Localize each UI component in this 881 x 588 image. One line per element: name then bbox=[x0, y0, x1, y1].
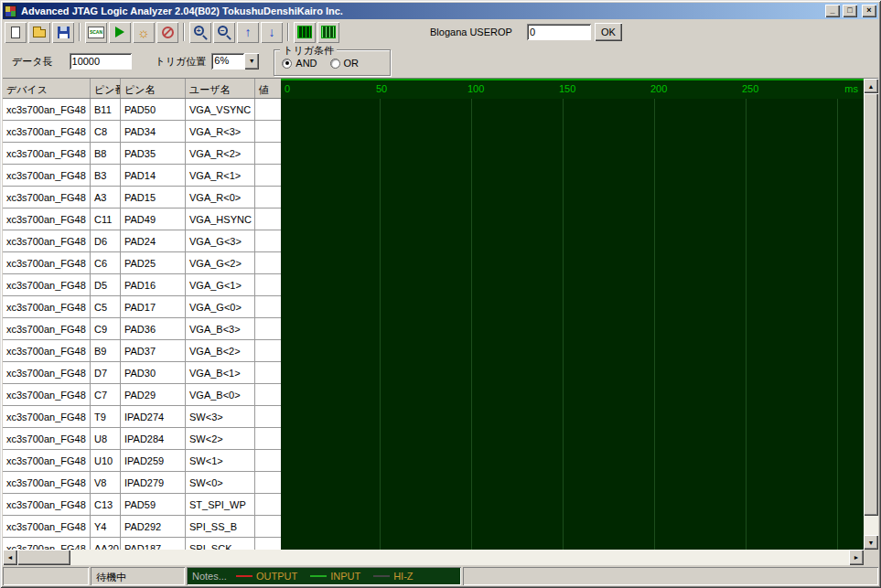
cell-pin: U8 bbox=[91, 428, 121, 449]
cell-value bbox=[255, 187, 281, 208]
trigger-position-select[interactable]: 6% ▼ bbox=[211, 53, 259, 69]
save-button[interactable] bbox=[52, 22, 74, 43]
cell-user: SW<0> bbox=[186, 472, 255, 493]
table-row[interactable]: xc3s700an_FG48C11PAD49VGA_HSYNC bbox=[3, 208, 281, 230]
scroll-down-button[interactable]: ▼ bbox=[864, 535, 878, 550]
horizontal-scroll-thumb[interactable] bbox=[17, 550, 70, 565]
waveform-area[interactable]: ms 050100150200250 bbox=[281, 79, 864, 550]
move-up-button[interactable]: ↑ bbox=[237, 22, 259, 43]
table-row[interactable]: xc3s700an_FG48C6PAD25VGA_G<2> bbox=[3, 252, 281, 274]
maximize-button[interactable]: □ bbox=[843, 5, 857, 17]
table-row[interactable]: xc3s700an_FG48C13PAD59ST_SPI_WP bbox=[3, 494, 281, 516]
table-row[interactable]: xc3s700an_FG48B11PAD50VGA_VSYNC bbox=[3, 99, 281, 121]
stop-button[interactable] bbox=[156, 22, 178, 43]
zoom-out-button[interactable]: − bbox=[213, 22, 235, 43]
header-device[interactable]: デバイス bbox=[3, 79, 91, 98]
legend: OUTPUTINPUTHI-Z bbox=[236, 571, 414, 582]
vertical-scroll-track[interactable] bbox=[864, 93, 878, 535]
scan-button[interactable]: SCAN bbox=[85, 22, 107, 43]
data-length-input[interactable] bbox=[70, 53, 132, 69]
chevron-down-icon[interactable]: ▼ bbox=[244, 53, 259, 69]
cell-user: VGA_R<0> bbox=[186, 187, 255, 208]
table-row[interactable]: xc3s700an_FG48D7PAD30VGA_B<1> bbox=[3, 362, 281, 384]
waveform-canvas[interactable] bbox=[281, 99, 864, 550]
vertical-scrollbar[interactable]: ▲ ▼ bbox=[864, 79, 878, 550]
cell-user: SW<2> bbox=[186, 428, 255, 449]
cell-user: SW<1> bbox=[186, 450, 255, 471]
table-row[interactable]: xc3s700an_FG48C5PAD17VGA_G<0> bbox=[3, 296, 281, 318]
cell-pin: C13 bbox=[91, 494, 121, 515]
open-file-button[interactable] bbox=[28, 22, 50, 43]
zoom-in-button[interactable]: + bbox=[189, 22, 211, 43]
magnifier-handle bbox=[226, 35, 231, 40]
cell-pin: B9 bbox=[91, 340, 121, 361]
magnifier-minus-icon: − bbox=[218, 26, 231, 39]
arrow-up-icon: ↑ bbox=[245, 26, 252, 38]
move-down-button[interactable]: ↓ bbox=[261, 22, 283, 43]
cell-pin: B8 bbox=[91, 143, 121, 164]
cell-pin: C11 bbox=[91, 208, 121, 230]
vertical-scroll-thumb[interactable] bbox=[864, 93, 878, 516]
scroll-right-button[interactable]: ► bbox=[849, 550, 864, 565]
timeline-tick: 50 bbox=[376, 83, 387, 94]
header-pin-number[interactable]: ピン番- bbox=[91, 79, 121, 98]
cell-pad: PAD25 bbox=[121, 252, 186, 273]
table-row[interactable]: xc3s700an_FG48D5PAD16VGA_G<1> bbox=[3, 274, 281, 296]
arrow-down-icon: ↓ bbox=[269, 26, 275, 38]
table-row[interactable]: xc3s700an_FG48D6PAD24VGA_G<3> bbox=[3, 230, 281, 252]
table-row[interactable]: xc3s700an_FG48A3PAD15VGA_R<0> bbox=[3, 187, 281, 208]
table-row[interactable]: xc3s700an_FG48B9PAD37VGA_B<2> bbox=[3, 340, 281, 362]
scroll-left-button[interactable]: ◄ bbox=[3, 550, 17, 565]
legend-item: INPUT bbox=[310, 571, 360, 582]
table-row[interactable]: xc3s700an_FG48U10IPAD259SW<1> bbox=[3, 450, 281, 472]
new-file-button[interactable] bbox=[5, 22, 27, 43]
magnifier-plus-icon: + bbox=[194, 26, 208, 39]
timeline-ruler[interactable]: ms 050100150200250 bbox=[281, 80, 864, 99]
new-page-icon bbox=[11, 27, 20, 38]
radio-or-icon[interactable] bbox=[330, 59, 340, 69]
ok-button[interactable]: OK bbox=[595, 23, 622, 41]
cell-user: VGA_R<1> bbox=[186, 165, 255, 186]
cell-device: xc3s700an_FG48 bbox=[3, 472, 91, 493]
toolbar: SCAN ☼ + − ↑ ↓ Blogana USEROP OK bbox=[3, 19, 878, 45]
run-button[interactable] bbox=[109, 22, 131, 43]
header-pin-name[interactable]: ピン名 bbox=[121, 79, 186, 98]
scroll-up-button[interactable]: ▲ bbox=[864, 79, 878, 93]
table-row[interactable]: xc3s700an_FG48V8IPAD279SW<0> bbox=[3, 472, 281, 494]
timeline-tick: 200 bbox=[650, 83, 667, 94]
radio-and[interactable]: AND bbox=[282, 58, 317, 69]
cell-device: xc3s700an_FG48 bbox=[3, 362, 91, 383]
cell-pin: C6 bbox=[91, 252, 121, 273]
table-row[interactable]: xc3s700an_FG48U8IPAD284SW<2> bbox=[3, 428, 281, 450]
table-row[interactable]: xc3s700an_FG48Y4PAD292SPI_SS_B bbox=[3, 516, 281, 538]
grid-view-button-1[interactable] bbox=[294, 22, 316, 43]
cell-user: VGA_B<0> bbox=[186, 384, 255, 405]
grid-view-button-2[interactable] bbox=[317, 22, 339, 43]
close-button[interactable]: × bbox=[862, 5, 876, 17]
horizontal-scroll-track[interactable] bbox=[17, 550, 849, 565]
header-value[interactable]: 値 bbox=[255, 79, 281, 98]
table-row[interactable]: xc3s700an_FG48C8PAD34VGA_R<3> bbox=[3, 121, 281, 143]
minimize-button[interactable]: _ bbox=[825, 5, 840, 17]
table-row[interactable]: xc3s700an_FG48B3PAD14VGA_R<1> bbox=[3, 165, 281, 187]
table-row[interactable]: xc3s700an_FG48C7PAD29VGA_B<0> bbox=[3, 384, 281, 406]
table-row[interactable]: xc3s700an_FG48B8PAD35VGA_R<2> bbox=[3, 143, 281, 165]
cell-pad: PAD14 bbox=[121, 165, 186, 186]
trigger-button[interactable]: ☼ bbox=[133, 22, 155, 43]
radio-or[interactable]: OR bbox=[330, 58, 360, 69]
cell-value bbox=[255, 252, 281, 273]
magnifier-handle bbox=[202, 35, 208, 40]
radio-and-icon[interactable] bbox=[282, 59, 292, 69]
cell-user: VGA_B<1> bbox=[186, 362, 255, 383]
userop-input[interactable] bbox=[527, 24, 591, 40]
table-row[interactable]: xc3s700an_FG48T9IPAD274SW<3> bbox=[3, 406, 281, 428]
table-row[interactable]: xc3s700an_FG48AA20PAD187SPI_SCK bbox=[3, 538, 281, 550]
legend-item: OUTPUT bbox=[236, 571, 297, 582]
horizontal-scrollbar[interactable]: ◄ ► bbox=[3, 550, 878, 565]
settings-bar: データ長 トリガ位置 6% ▼ トリガ条件 AND OR bbox=[3, 45, 878, 78]
header-user-name[interactable]: ユーザ名 bbox=[186, 79, 255, 98]
main-area: デバイス ピン番- ピン名 ユーザ名 値 xc3s700an_FG48B11PA… bbox=[3, 78, 878, 550]
notes-button[interactable]: Notes... bbox=[192, 571, 227, 582]
titlebar[interactable]: Advanced JTAG Logic Analyzer 2.04(B02) T… bbox=[3, 3, 878, 19]
table-row[interactable]: xc3s700an_FG48C9PAD36VGA_B<3> bbox=[3, 318, 281, 340]
